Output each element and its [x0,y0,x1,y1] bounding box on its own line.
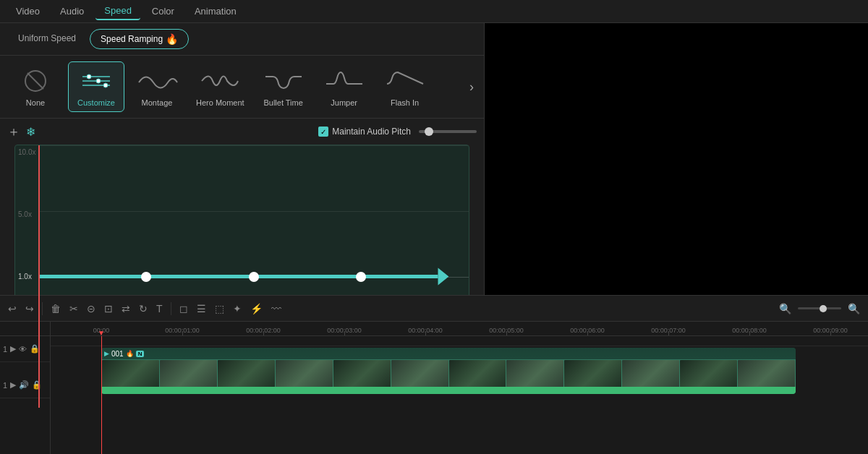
preset-hero-icon [198,67,242,95]
freeze-button[interactable]: ❄ [26,125,35,139]
nav-speed[interactable]: Speed [95,2,140,20]
nav-video[interactable]: Video [7,3,48,20]
track-2-play-icon[interactable]: ▶ [10,380,16,390]
maintain-pitch-label: Maintain Audio Pitch [332,127,411,137]
speed-icon[interactable]: ⚡ [248,301,265,316]
preset-jumper[interactable]: Jumper [316,61,373,112]
clip-name: 001 [111,350,124,358]
ruler-tick-3 [344,331,345,335]
track-content: 00:00 00:00:01:00 00:00:02:00 00:00:03:0… [51,322,868,454]
clip-row: ▶ 001 🔥 N [51,346,868,394]
loop-button[interactable]: ↻ [137,301,150,316]
ruler-tick-9 [830,331,831,335]
video-clip[interactable]: ▶ 001 🔥 N [101,348,796,394]
preset-flashin[interactable]: Flash In [377,61,433,112]
preset-customize[interactable]: Customize [68,61,124,112]
undo-button[interactable]: ↩ [6,301,19,316]
redo-button[interactable]: ↪ [23,301,36,316]
clip-fire-badge: 🔥 [126,350,134,357]
add-button[interactable]: ＋ [7,123,20,140]
clip-play-icon: ▶ [104,350,109,357]
svg-marker-9 [438,267,449,285]
effect-button[interactable]: ✦ [231,301,244,316]
pitch-slider-thumb[interactable] [425,127,433,136]
pitch-slider[interactable] [419,130,477,133]
ruler-tick-4 [425,331,426,335]
svg-line-1 [27,73,43,89]
preset-bullet-icon [262,67,305,95]
zoom-in-button[interactable]: 🔍 [777,301,793,316]
time-ruler: 00:00 00:00:01:00 00:00:02:00 00:00:03:0… [51,322,868,336]
text-button[interactable]: T [154,301,165,316]
clip-n-badge: N [136,351,145,357]
track-labels: 1 ▶ 👁 🔒 1 ▶ 🔊 🔒 [0,322,51,454]
toolbar-sep-1 [42,302,43,315]
maintain-pitch-option: ✓ Maintain Audio Pitch [318,127,477,137]
presets-chevron[interactable]: › [467,80,477,95]
frame-button[interactable]: ⬚ [213,301,226,316]
zoom-slider-track[interactable] [798,307,841,309]
preset-montage-icon [135,67,179,95]
nav-audio[interactable]: Audio [51,3,93,20]
preset-jumper-label: Jumper [331,98,357,107]
zoom-slider-thumb[interactable] [820,305,827,312]
preset-bullet-label: Bullet Time [263,98,302,107]
preset-customize-icon [75,67,118,95]
presets-grid: None Customize [0,56,484,119]
track-1-label: 1 ▶ 👁 🔒 [0,336,50,362]
track-1-number: 1 [3,345,7,354]
ctrl-point-3[interactable] [356,272,366,282]
preset-none-label: None [26,98,45,107]
shape-button[interactable]: ◻ [177,301,190,316]
tab-speed-ramping[interactable]: Speed Ramping 🔥 [90,29,189,49]
top-nav: Video Audio Speed Color Animation [0,0,868,23]
track-2-lock-icon[interactable]: 🔒 [32,380,42,390]
ruler-tick-2 [263,331,264,335]
track-1-play-icon[interactable]: ▶ [10,344,16,354]
magnet-button[interactable]: ⊝ [85,301,98,316]
ruler-spacer [0,322,50,336]
y-label-10x: 10.0x [18,148,35,156]
track-empty-row [51,339,868,346]
audio-wave-icon[interactable]: 〰 [269,301,284,316]
maintain-pitch-checkbox[interactable]: ✓ [318,127,328,137]
track-2-audio-icon[interactable]: 🔊 [19,380,29,390]
nav-animation[interactable]: Animation [186,3,245,20]
ruler-tick-7 [668,331,669,335]
svg-point-6 [96,79,101,83]
tracks-area: ▶ 001 🔥 N [51,336,868,454]
nav-color[interactable]: Color [143,3,183,20]
transform-button[interactable]: ⇄ [119,301,132,316]
tab-uniform-speed[interactable]: Uniform Speed [7,29,87,49]
cut-button[interactable]: ✂ [67,301,80,316]
timeline-body: 1 ▶ 👁 🔒 1 ▶ 🔊 🔒 00:00 00:00:01:00 00:00: [0,322,868,454]
clip-header: ▶ 001 🔥 N [101,348,796,359]
crop-button[interactable]: ⊡ [102,301,115,316]
preset-jumper-icon [323,67,366,95]
y-label-5x: 5.0x [18,210,35,218]
align-button[interactable]: ☰ [195,301,208,316]
toolbar-sep-2 [171,302,171,315]
preset-none-icon [14,67,57,95]
track-2-label: 1 ▶ 🔊 🔒 [0,372,50,398]
ruler-tick-1 [182,331,183,335]
timeline-toolbar: ↩ ↪ 🗑 ✂ ⊝ ⊡ ⇄ ↻ T ◻ ☰ ⬚ ✦ ⚡ 〰 🔍 🔍 [0,296,868,322]
clip-speed-bar [101,387,796,394]
preset-none[interactable]: None [7,61,64,112]
preset-bullet[interactable]: Bullet Time [255,61,312,112]
preset-montage-label: Montage [142,98,173,107]
preset-montage[interactable]: Montage [129,61,185,112]
delete-button[interactable]: 🗑 [48,301,63,316]
preset-hero[interactable]: Hero Moment [190,61,251,112]
playhead [101,336,102,454]
ruler-tick-6 [587,331,588,335]
y-label-1x: 1.0x [18,273,35,280]
zoom-out-button[interactable]: 🔍 [846,301,862,316]
ctrl-point-1[interactable] [141,272,151,282]
ctrl-point-2[interactable] [249,272,259,282]
clip-gap [0,362,50,372]
preset-flashin-icon [383,67,427,95]
svg-point-5 [87,74,91,79]
svg-point-7 [103,83,108,87]
track-1-eye-icon[interactable]: 👁 [19,345,27,354]
